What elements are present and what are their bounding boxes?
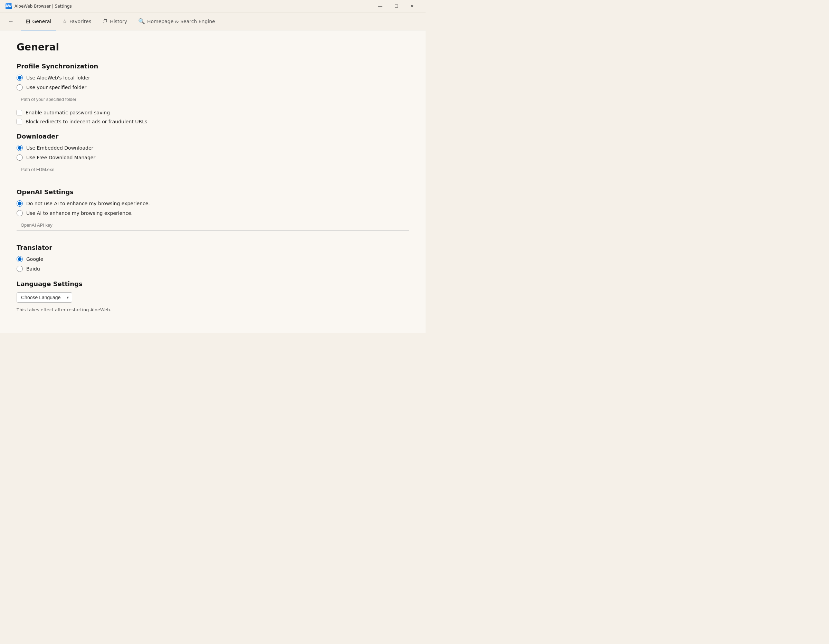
fdm-path-input[interactable]: [17, 164, 409, 175]
back-button[interactable]: ←: [6, 16, 17, 27]
title-bar-text: AloeWeb Browser | Settings: [14, 4, 72, 9]
block-redirects-checkbox[interactable]: [17, 119, 22, 125]
language-dropdown-wrapper: Choose Language ▾: [17, 292, 72, 303]
no-ai-label: Do not use AI to enhance my browsing exp…: [26, 201, 150, 206]
no-ai-option[interactable]: Do not use AI to enhance my browsing exp…: [17, 200, 409, 207]
translator-section: Translator Google Baidu: [17, 244, 409, 272]
use-ai-option[interactable]: Use AI to enhance my browsing experience…: [17, 210, 409, 216]
tab-homepage[interactable]: 🔍 Homepage & Search Engine: [133, 13, 220, 30]
title-bar-left: AW AloeWeb Browser | Settings: [6, 3, 72, 9]
app-icon: AW: [6, 3, 12, 9]
profile-sync-title: Profile Synchronization: [17, 63, 409, 70]
title-bar: AW AloeWeb Browser | Settings — ☐ ✕: [0, 0, 426, 13]
block-redirects-option[interactable]: Block redirects to indecent ads or fraud…: [17, 119, 409, 125]
google-option[interactable]: Google: [17, 256, 409, 262]
google-radio[interactable]: [17, 256, 23, 262]
specified-folder-radio[interactable]: [17, 84, 23, 90]
fdm-label: Use Free Download Manager: [26, 155, 95, 160]
favorites-icon: ☆: [63, 18, 67, 25]
translator-title: Translator: [17, 244, 409, 251]
main-content: General Profile Synchronization Use Aloe…: [0, 30, 426, 333]
folder-path-input[interactable]: [17, 94, 409, 105]
close-button[interactable]: ✕: [404, 0, 420, 13]
language-section: Language Settings Choose Language ▾ This…: [17, 280, 409, 313]
baidu-label: Baidu: [26, 266, 40, 271]
specified-folder-option[interactable]: Use your specified folder: [17, 84, 409, 90]
tab-favorites-label: Favorites: [69, 19, 91, 24]
embedded-downloader-radio[interactable]: [17, 145, 23, 151]
downloader-title: Downloader: [17, 133, 409, 140]
maximize-button[interactable]: ☐: [388, 0, 404, 13]
downloader-section: Downloader Use Embedded Downloader Use F…: [17, 133, 409, 180]
specified-folder-label: Use your specified folder: [26, 85, 87, 90]
language-title: Language Settings: [17, 280, 409, 287]
general-icon: ⊞: [25, 18, 30, 25]
profile-sync-section: Profile Synchronization Use AloeWeb's lo…: [17, 63, 409, 125]
local-folder-option[interactable]: Use AloeWeb's local folder: [17, 75, 409, 81]
fdm-option[interactable]: Use Free Download Manager: [17, 155, 409, 161]
language-select[interactable]: Choose Language: [17, 292, 72, 303]
embedded-downloader-label: Use Embedded Downloader: [26, 145, 93, 151]
restart-note: This takes effect after restarting AloeW…: [17, 307, 111, 313]
local-folder-radio[interactable]: [17, 75, 23, 81]
page-title: General: [17, 41, 409, 53]
block-redirects-label: Block redirects to indecent ads or fraud…: [25, 119, 147, 125]
openai-title: OpenAI Settings: [17, 188, 409, 196]
auto-password-option[interactable]: Enable automatic password saving: [17, 110, 409, 115]
google-label: Google: [26, 256, 43, 262]
embedded-downloader-option[interactable]: Use Embedded Downloader: [17, 145, 409, 151]
minimize-button[interactable]: —: [372, 0, 388, 13]
auto-password-checkbox[interactable]: [17, 110, 22, 115]
tab-general[interactable]: ⊞ General: [21, 13, 56, 30]
homepage-icon: 🔍: [138, 18, 145, 25]
baidu-radio[interactable]: [17, 266, 23, 272]
use-ai-radio[interactable]: [17, 210, 23, 216]
tab-favorites[interactable]: ☆ Favorites: [58, 13, 96, 30]
fdm-radio[interactable]: [17, 155, 23, 161]
baidu-option[interactable]: Baidu: [17, 266, 409, 272]
openai-section: OpenAI Settings Do not use AI to enhance…: [17, 188, 409, 236]
use-ai-label: Use AI to enhance my browsing experience…: [26, 210, 132, 216]
no-ai-radio[interactable]: [17, 200, 23, 207]
history-icon: ⏱: [102, 18, 108, 25]
local-folder-label: Use AloeWeb's local folder: [26, 75, 90, 80]
tab-general-label: General: [32, 19, 51, 24]
title-bar-controls: — ☐ ✕: [372, 0, 420, 13]
openai-key-input[interactable]: [17, 220, 409, 231]
tab-bar: ← ⊞ General ☆ Favorites ⏱ History 🔍 Home…: [0, 13, 426, 30]
tab-history[interactable]: ⏱ History: [98, 13, 132, 30]
tab-history-label: History: [110, 19, 127, 24]
auto-password-label: Enable automatic password saving: [25, 110, 110, 115]
tab-homepage-label: Homepage & Search Engine: [147, 19, 215, 24]
